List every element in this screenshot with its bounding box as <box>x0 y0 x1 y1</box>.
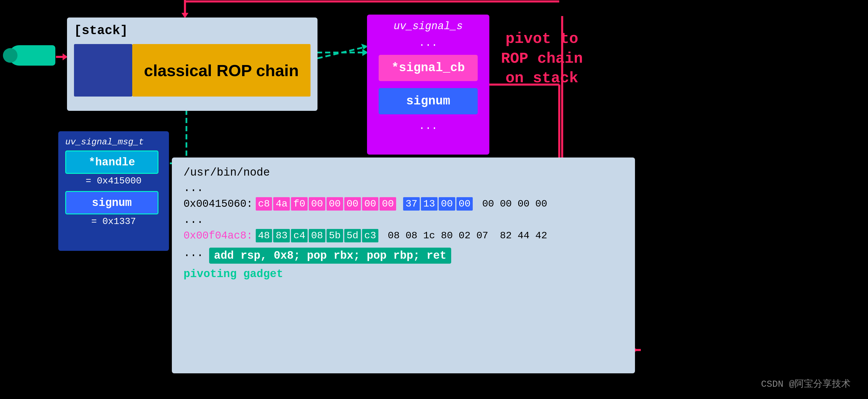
telescope-icon <box>9 41 61 70</box>
signum-box-purple: signum <box>379 88 478 114</box>
hex-00-10: 00 <box>515 197 532 210</box>
svg-marker-12 <box>361 44 368 50</box>
stack-inner: classical ROP chain <box>74 42 310 98</box>
hex-48: 48 <box>256 229 272 243</box>
hex-08-2: 08 <box>385 229 402 243</box>
hex-07: 07 <box>474 229 491 243</box>
hex-00-11: 00 <box>533 197 550 210</box>
code-dots2: ... <box>184 213 623 226</box>
handle-value: = 0x415000 <box>65 176 162 187</box>
uv-signal-s-label: uv_signal_s <box>394 21 463 32</box>
code-path: /usr/bin/node <box>184 166 623 179</box>
hex-space3 <box>379 234 384 237</box>
hex-00-7: 00 <box>457 197 473 210</box>
signal-cb-label: *signal_cb <box>392 61 465 75</box>
code-addr-1: 0x00415060: <box>184 198 253 210</box>
signum-msg-box: signum <box>65 191 158 215</box>
gadget-box: add rsp, 0x8; pop rbx; pop rbp; ret <box>209 248 451 264</box>
hex-08-3: 08 <box>403 229 420 243</box>
hex-37: 37 <box>403 197 420 210</box>
signal-cb-box: *signal_cb <box>379 55 478 81</box>
hex-00-1: 00 <box>309 197 326 210</box>
hex-00-9: 00 <box>497 197 514 210</box>
code-line-2: 0x00f04ac8: 48 83 c4 08 5b 5d c3 08 08 1… <box>184 229 623 243</box>
hex-space2 <box>474 203 478 205</box>
hex-c8: c8 <box>256 197 272 210</box>
hex-42: 42 <box>533 229 550 243</box>
gadget-container: add rsp, 0x8; pop rbx; pop rbp; ret <box>209 245 451 264</box>
hex-1c: 1c <box>421 229 437 243</box>
hex-82: 82 <box>497 229 514 243</box>
stack-label: [stack] <box>74 23 310 38</box>
telescope-body <box>9 45 55 66</box>
signum-value: = 0x1337 <box>65 216 162 227</box>
code-line-3: ... add rsp, 0x8; pop rbx; pop rbp; ret <box>184 245 623 264</box>
uv-signal-s-box: uv_signal_s ... *signal_cb signum ... <box>367 15 489 154</box>
hex-5d: 5d <box>344 229 361 243</box>
code-dots3: ... <box>184 247 203 259</box>
hex-00-4: 00 <box>362 197 379 210</box>
hex-00-6: 00 <box>439 197 455 210</box>
hex-13: 13 <box>421 197 437 210</box>
uv-signal-s-dots2: ... <box>419 120 438 132</box>
hex-44: 44 <box>515 229 532 243</box>
signum-msg-label: signum <box>92 197 132 209</box>
hex-00-2: 00 <box>327 197 343 210</box>
handle-label: *handle <box>89 156 135 169</box>
svg-line-11 <box>317 47 366 58</box>
hex-00-8: 00 <box>480 197 496 210</box>
hex-space1 <box>397 203 402 205</box>
pivot-line1: pivot to <box>506 30 579 48</box>
handle-box: *handle <box>65 150 158 174</box>
code-line-1: 0x00415060: c8 4a f0 00 00 00 00 00 37 1… <box>184 197 623 210</box>
pivoting-label: pivoting gadget <box>184 268 283 280</box>
hex-space4 <box>492 234 496 237</box>
hex-80: 80 <box>439 229 455 243</box>
hex-00-5: 00 <box>379 197 396 210</box>
hex-5b: 5b <box>327 229 343 243</box>
gadget-text: add rsp, 0x8; pop rbx; pop rbp; ret <box>214 249 446 262</box>
uv-signal-s-dots1: ... <box>419 37 438 49</box>
stack-yellow-block: classical ROP chain <box>132 44 310 96</box>
code-dots1: ... <box>184 182 623 194</box>
stack-blue-block <box>74 44 132 96</box>
main-container: [stack] classical ROP chain uv_signal_s … <box>0 0 868 399</box>
watermark: CSDN @阿宝分享技术 <box>761 377 850 390</box>
hex-08: 08 <box>309 229 326 243</box>
pivot-line3: on stack <box>506 70 579 87</box>
code-addr-2: 0x00f04ac8: <box>184 230 253 242</box>
hex-00-3: 00 <box>344 197 361 210</box>
code-box: /usr/bin/node ... 0x00415060: c8 4a f0 0… <box>172 158 635 373</box>
stack-box: [stack] classical ROP chain <box>67 18 317 111</box>
hex-4a: 4a <box>273 197 290 210</box>
uv-msg-box: uv_signal_msg_t *handle = 0x415000 signu… <box>58 131 169 251</box>
hex-f0: f0 <box>291 197 308 210</box>
rop-chain-label: classical ROP chain <box>144 61 299 80</box>
pivot-label: pivot to ROP chain on stack <box>501 29 583 88</box>
hex-83: 83 <box>273 229 290 243</box>
pivoting-container: pivoting gadget <box>184 268 623 280</box>
hex-02: 02 <box>457 229 473 243</box>
signum-purple-label: signum <box>406 94 450 108</box>
uv-msg-label: uv_signal_msg_t <box>65 137 162 147</box>
hex-c3: c3 <box>362 229 379 243</box>
watermark-text: CSDN @阿宝分享技术 <box>761 379 850 390</box>
hex-c4: c4 <box>291 229 308 243</box>
pivot-line2: ROP chain <box>501 50 583 67</box>
telescope-lens <box>3 48 18 63</box>
